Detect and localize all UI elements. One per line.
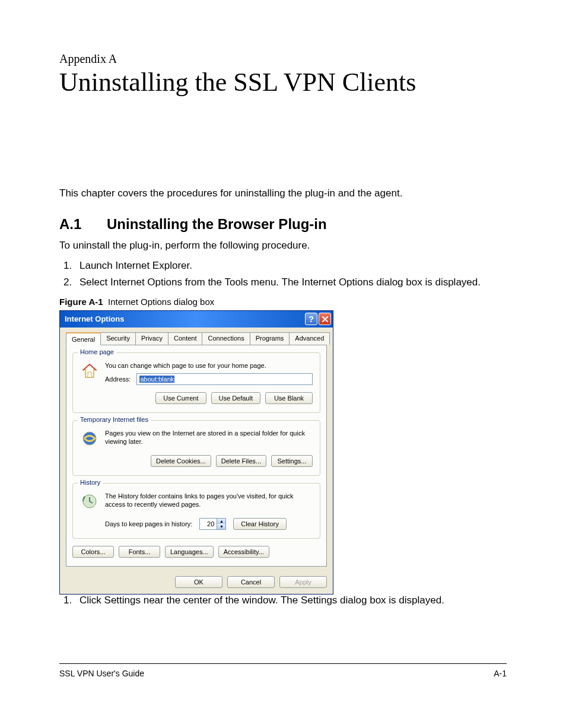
internet-options-dialog: Internet Options ? General Security Priv… (59, 310, 333, 595)
list-item: Click Settings near the center of the wi… (75, 593, 507, 608)
tab-privacy[interactable]: Privacy (135, 332, 168, 345)
groupbox-temp-files: Temporary Internet files Pages you view … (72, 420, 320, 476)
groupbox-home-page: Home page You can change which page to u… (72, 352, 320, 414)
cancel-button[interactable]: Cancel (227, 576, 275, 588)
delete-cookies-button[interactable]: Delete Cookies... (151, 455, 211, 467)
figure-label: Figure A-1 (59, 297, 103, 307)
tab-panel-general: Home page You can change which page to u… (66, 345, 327, 567)
dialog-titlebar[interactable]: Internet Options ? (60, 311, 333, 328)
colors-button[interactable]: Colors... (72, 546, 114, 558)
section-title-text: Uninstalling the Browser Plug-in (107, 216, 327, 232)
figure-caption: Figure A-1 Internet Options dialog box (59, 297, 507, 307)
apply-button[interactable]: Apply (279, 576, 327, 588)
days-spinner[interactable]: ▲ ▼ (199, 518, 226, 530)
ok-button[interactable]: OK (175, 576, 222, 588)
groupbox-title: History (78, 479, 103, 486)
ie-icon (80, 429, 99, 448)
use-default-button[interactable]: Use Default (211, 392, 260, 404)
spinner-down[interactable]: ▼ (217, 524, 225, 529)
tab-content[interactable]: Content (168, 332, 203, 345)
tab-general[interactable]: General (66, 332, 101, 345)
clear-history-button[interactable]: Clear History (233, 518, 287, 530)
tab-programs[interactable]: Programs (250, 332, 290, 345)
appendix-label: Appendix A (59, 52, 507, 66)
home-icon (80, 361, 99, 380)
days-input[interactable] (200, 519, 217, 529)
tab-security[interactable]: Security (100, 332, 136, 345)
figure-caption-text: Internet Options dialog box (108, 297, 214, 307)
help-button[interactable]: ? (305, 313, 317, 325)
footer-left: SSL VPN User's Guide (59, 669, 144, 678)
languages-button[interactable]: Languages... (165, 546, 214, 558)
section-description: To uninstall the plug-in, perform the fo… (59, 240, 507, 252)
footer-divider (59, 663, 507, 664)
temp-files-desc: Pages you view on the Internet are store… (105, 429, 313, 446)
procedure-list-a: Launch Internet Explorer. Select Interne… (59, 259, 507, 290)
footer-right: A-1 (494, 669, 507, 678)
close-icon (322, 316, 329, 323)
tab-connections[interactable]: Connections (202, 332, 250, 345)
procedure-list-b: Click Settings near the center of the wi… (59, 593, 507, 608)
history-desc: The History folder contains links to pag… (105, 492, 313, 509)
use-current-button[interactable]: Use Current (155, 392, 206, 404)
groupbox-title: Temporary Internet files (78, 416, 151, 423)
section-heading: A.1Uninstalling the Browser Plug-in (59, 216, 507, 233)
use-blank-button[interactable]: Use Blank (265, 392, 313, 404)
svg-rect-0 (88, 372, 91, 377)
accessibility-button[interactable]: Accessibility... (218, 546, 269, 558)
tab-strip: General Security Privacy Content Connect… (66, 332, 327, 345)
dialog-title: Internet Options (65, 314, 124, 323)
chapter-title: Uninstalling the SSL VPN Clients (59, 67, 507, 97)
list-item: Launch Internet Explorer. (75, 259, 507, 273)
close-button[interactable] (319, 313, 331, 325)
home-page-desc: You can change which page to use for you… (105, 361, 313, 370)
delete-files-button[interactable]: Delete Files... (216, 455, 266, 467)
address-label: Address: (105, 375, 131, 383)
tab-advanced[interactable]: Advanced (289, 332, 330, 345)
list-item: Select Internet Options from the Tools m… (75, 275, 507, 290)
days-keep-label: Days to keep pages in history: (105, 520, 192, 527)
groupbox-history: History The History folder contains link… (72, 483, 320, 539)
settings-button[interactable]: Settings... (271, 455, 313, 467)
section-number: A.1 (59, 216, 107, 233)
address-input[interactable]: about:blank (136, 373, 313, 385)
fonts-button[interactable]: Fonts... (119, 546, 160, 558)
intro-paragraph: This chapter covers the procedures for u… (59, 187, 507, 199)
spinner-up[interactable]: ▲ (217, 519, 225, 524)
history-icon (80, 492, 99, 511)
address-value: about:blank (139, 376, 174, 383)
page-footer: SSL VPN User's Guide A-1 (59, 669, 507, 678)
groupbox-title: Home page (78, 348, 116, 355)
